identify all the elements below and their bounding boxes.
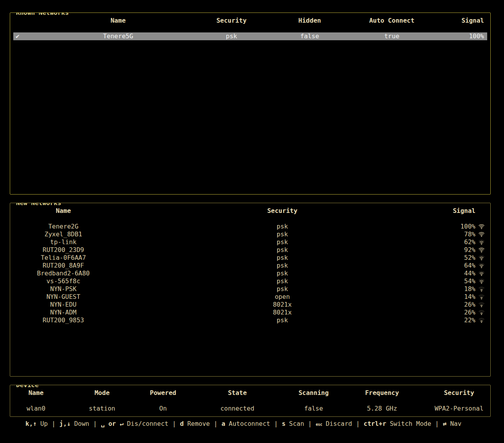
wifi-signal-icon xyxy=(478,302,485,307)
network-security: psk xyxy=(210,32,253,40)
network-security: psk xyxy=(113,230,451,238)
help-separator: | xyxy=(274,420,278,427)
network-security: psk xyxy=(113,246,451,254)
column-header-hidden: Hidden xyxy=(253,17,367,25)
network-signal: 100% xyxy=(451,223,487,230)
device-row: wlan0stationOnconnectedfalse5.28 GHzWPA2… xyxy=(13,405,487,413)
new-network-row[interactable]: Tenere2Gpsk100% xyxy=(13,223,487,230)
known-network-row[interactable]: ✔Tenere5Gpskfalsetrue100% xyxy=(13,32,487,40)
hotkey-label: Dis/connect xyxy=(127,420,169,427)
network-name: RUT200_9853 xyxy=(13,316,113,324)
hotkey: a xyxy=(221,420,225,427)
device-title: Device xyxy=(14,385,41,389)
help-item-up: k,↑Up xyxy=(25,420,48,427)
network-name: RUT200_8A9F xyxy=(13,262,113,270)
help-item-down: j,↓Down xyxy=(59,420,89,427)
network-security: psk xyxy=(113,223,451,230)
new-network-row[interactable]: NYN-EDU8021x26% xyxy=(13,301,487,309)
network-signal: 64% xyxy=(451,262,487,270)
signal-percent: 26% xyxy=(464,301,475,309)
wifi-signal-icon xyxy=(478,279,485,284)
signal-percent: 64% xyxy=(464,262,475,270)
hotkey-label: Down xyxy=(74,420,90,427)
hotkey-label: Up xyxy=(40,420,48,427)
known-networks-header: Name Security Hidden Auto Connect Signal xyxy=(13,17,487,25)
new-network-row[interactable]: vs-565f8cpsk54% xyxy=(13,277,487,285)
network-name: Telia-0F6AA7 xyxy=(13,254,113,262)
help-separator: | xyxy=(435,420,439,427)
signal-percent: 18% xyxy=(464,285,475,293)
new-network-row[interactable]: RUT200_23D9psk92% xyxy=(13,246,487,254)
selected-check-icon: ✔ xyxy=(13,32,26,40)
help-separator: | xyxy=(93,420,97,427)
network-name: Tenere5G xyxy=(26,32,210,40)
help-separator: | xyxy=(214,420,218,427)
help-item-remove: dRemove xyxy=(180,420,210,427)
new-network-row[interactable]: tp-linkpsk62% xyxy=(13,238,487,246)
wifi-signal-icon xyxy=(478,239,485,245)
network-signal: 62% xyxy=(451,238,487,246)
help-separator: | xyxy=(52,420,56,427)
column-header-scanning: Scanning xyxy=(294,389,333,397)
help-bar: k,↑Up|j,↓Down|␣ or ↵Dis/connect|dRemove|… xyxy=(10,420,491,429)
hotkey: k,↑ xyxy=(25,420,37,427)
signal-percent: 92% xyxy=(464,246,475,254)
network-name: Zyxel_8DB1 xyxy=(13,230,113,238)
network-security: psk xyxy=(113,316,451,324)
network-security: open xyxy=(113,293,451,301)
hotkey-label: Scan xyxy=(289,420,304,427)
help-separator: | xyxy=(356,420,360,427)
column-header-name: Name xyxy=(26,17,210,25)
hotkey-label: Nav xyxy=(450,420,461,427)
wifi-signal-icon xyxy=(478,255,485,261)
signal-percent: 14% xyxy=(464,293,475,301)
help-item-dis-connect: ␣ or ↵Dis/connect xyxy=(101,420,169,427)
hotkey: esc xyxy=(316,422,322,427)
network-security: psk xyxy=(113,277,451,285)
help-item-scan: sScan xyxy=(282,420,304,427)
hotkey-label: Discard xyxy=(326,420,352,427)
wifi-signal-icon xyxy=(478,286,485,292)
column-header-signal: Signal xyxy=(451,207,487,215)
column-header-mode: Mode xyxy=(59,389,145,397)
new-network-row[interactable]: NYN-GUESTopen14% xyxy=(13,293,487,301)
new-network-row[interactable]: Bredband2-6A80psk44% xyxy=(13,270,487,277)
network-signal: 22% xyxy=(451,316,487,324)
new-network-row[interactable]: NYN-PSKpsk18% xyxy=(13,285,487,293)
wifi-signal-icon xyxy=(478,232,485,237)
new-network-row[interactable]: Zyxel_8DB1psk78% xyxy=(13,230,487,238)
hotkey: j,↓ xyxy=(59,420,71,427)
check-column-spacer xyxy=(13,17,26,25)
wifi-signal-icon xyxy=(478,263,485,268)
network-security: psk xyxy=(113,285,451,293)
terminal-screen: Known Networks Name Security Hidden Auto… xyxy=(0,0,504,429)
device-panel: Device Name Mode Powered State Scanning … xyxy=(10,385,491,417)
network-signal: 44% xyxy=(451,270,487,277)
new-network-row[interactable]: Telia-0F6AA7psk52% xyxy=(13,254,487,262)
network-signal: 54% xyxy=(451,277,487,285)
network-name: NYN-PSK xyxy=(13,285,113,293)
network-signal: 14% xyxy=(451,293,487,301)
column-header-state: State xyxy=(181,389,294,397)
known-networks-rows: ✔Tenere5Gpskfalsetrue100% xyxy=(13,32,487,40)
new-network-row[interactable]: RUT200_8A9Fpsk64% xyxy=(13,262,487,270)
device-security: WPA2-Personal xyxy=(431,405,487,413)
hotkey: d xyxy=(180,420,184,427)
column-header-security: Security xyxy=(431,389,487,397)
device-header: Name Mode Powered State Scanning Frequen… xyxy=(13,389,487,397)
network-signal: 26% xyxy=(451,301,487,309)
network-security: 8021x xyxy=(113,301,451,309)
device-state: connected xyxy=(181,405,294,413)
new-networks-panel: New Networks Name Security Signal Tenere… xyxy=(10,203,491,377)
network-signal: 100% xyxy=(417,32,487,40)
known-networks-panel: Known Networks Name Security Hidden Auto… xyxy=(10,13,491,195)
new-network-row[interactable]: NYN-ADM8021x26% xyxy=(13,309,487,316)
device-scanning: false xyxy=(294,405,333,413)
device-frequency: 5.28 GHz xyxy=(333,405,431,413)
new-network-row[interactable]: RUT200_9853psk22% xyxy=(13,316,487,324)
help-item-autoconnect: aAutoconnect xyxy=(221,420,270,427)
hotkey: ⇄ xyxy=(443,420,447,427)
wifi-signal-icon xyxy=(478,247,485,253)
help-item-nav: ⇄Nav xyxy=(443,420,461,427)
network-name: NYN-ADM xyxy=(13,309,113,316)
